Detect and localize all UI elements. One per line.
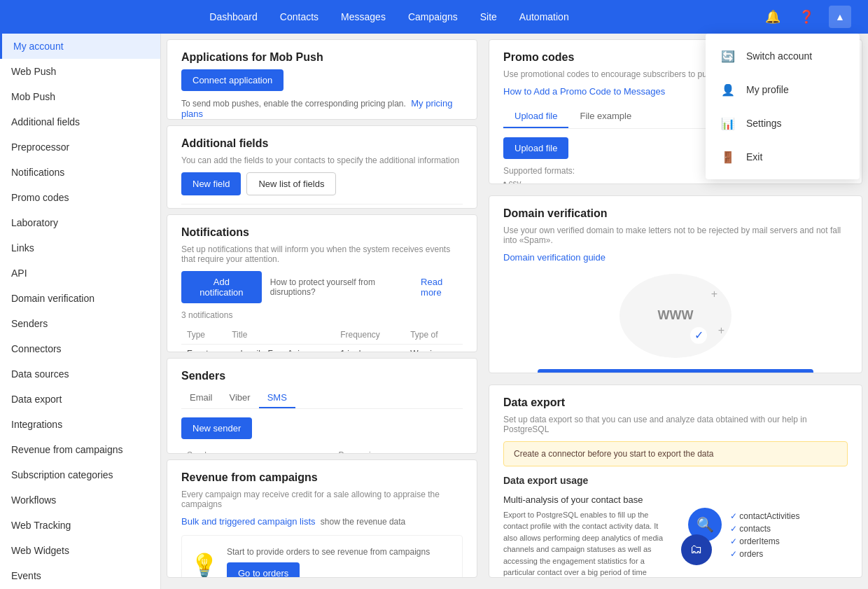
top-navigation: Dashboard Contacts Messages Campaigns Si…	[0, 0, 868, 34]
sidebar-item-revenue-from-campaigns[interactable]: Revenue from campaigns	[0, 437, 160, 462]
sidebar-item-web-widgets[interactable]: Web Widgets	[0, 538, 160, 563]
tab-sms[interactable]: SMS	[259, 388, 295, 408]
dropdown-icon: 🔄	[720, 48, 736, 64]
sidebar-item-laboratory[interactable]: Laboratory	[0, 210, 160, 235]
connect-application-button[interactable]: Connect application	[181, 69, 284, 91]
senders-body: Email Viber SMS New sender Sender name P…	[167, 388, 477, 454]
dropdown-item-my-profile[interactable]: 👤My profile	[706, 73, 860, 106]
domain-verification-panel: Domain verification Use your own verifie…	[489, 195, 862, 373]
help-button[interactable]: ❓	[795, 6, 818, 28]
new-list-button[interactable]: New list of fields	[246, 172, 336, 195]
additional-fields-description: You can add the fields to your contacts …	[181, 155, 463, 165]
sidebar-item-preprocessor[interactable]: Preprocessor	[0, 134, 160, 160]
nav-campaigns[interactable]: Campaigns	[408, 11, 458, 22]
db-symbol: 🔍	[696, 516, 714, 533]
sidebar-item-additional-fields[interactable]: Additional fields	[0, 109, 160, 134]
sidebar-item-connectors[interactable]: Connectors	[0, 336, 160, 361]
format-csv: • csv	[503, 179, 848, 184]
tab-upload-file[interactable]: Upload file	[503, 105, 568, 128]
upload-file-button[interactable]: Upload file	[503, 137, 568, 159]
dropdown-icon: 👤	[720, 81, 736, 98]
data-export-header: Data export	[489, 385, 862, 409]
dropdown-icon: 🚪	[720, 148, 736, 165]
tab-email[interactable]: Email	[181, 388, 221, 408]
notif-col-frequency: Frequency	[335, 326, 405, 345]
applications-title: Applications for Mob Push	[181, 51, 463, 64]
plus-decoration-1: +	[711, 288, 718, 300]
tab-file-example[interactable]: File example	[568, 105, 643, 128]
data-export-title: Data export	[503, 396, 848, 409]
sidebar-item-domain-verification[interactable]: Domain verification	[0, 286, 160, 311]
data-export-warning: Create a connector before you start to e…	[503, 441, 848, 466]
dropdown-item-switch-account[interactable]: 🔄Switch account	[706, 39, 860, 73]
sender-col-name: Sender name	[181, 446, 333, 454]
sidebar-item-senders[interactable]: Senders	[0, 311, 160, 336]
tab-viber[interactable]: Viber	[221, 388, 259, 408]
add-notification-button[interactable]: Add notification	[181, 271, 262, 303]
dropdown-item-exit[interactable]: 🚪Exit	[706, 140, 860, 174]
nav-dashboard[interactable]: Dashboard	[209, 11, 258, 22]
sidebar-item-web-push[interactable]: Web Push	[0, 59, 160, 84]
checklist-item-4: orders	[730, 549, 799, 559]
sidebar-item-integrations[interactable]: Integrations	[0, 412, 160, 437]
sidebar-item-data-sources[interactable]: Data sources	[0, 361, 160, 387]
bulk-campaigns-link[interactable]: Bulk and triggered campaign lists	[181, 516, 316, 527]
notif-col-kind: Type of	[405, 326, 463, 345]
additional-fields-title: Additional fields	[181, 137, 463, 150]
data-checklist: contactActivities contacts orderItems or…	[730, 511, 799, 562]
nav-site[interactable]: Site	[480, 11, 497, 22]
domain-title: Domain verification	[503, 207, 848, 220]
revenue-header: Revenue from campaigns	[167, 460, 477, 484]
new-field-button[interactable]: New field	[181, 172, 241, 195]
nav-contacts[interactable]: Contacts	[280, 11, 318, 22]
senders-table: Sender name Processing System	[181, 446, 463, 454]
notif-kind-cell: Warning	[405, 344, 463, 352]
nav-messages[interactable]: Messages	[341, 11, 386, 22]
notifications-header: Notifications	[167, 215, 477, 239]
sidebar-item-my-account[interactable]: My account	[0, 34, 160, 59]
sidebar-item-links[interactable]: Links	[0, 235, 160, 261]
revenue-cta-text: Start to provide orders to see revenue f…	[227, 547, 462, 557]
nav-automation[interactable]: Automation	[519, 11, 569, 22]
notifications-bell-button[interactable]: 🔔	[762, 6, 784, 28]
db-symbol-2: 🗂	[690, 542, 703, 557]
go-to-orders-button[interactable]: Go to orders	[227, 562, 300, 578]
additional-fields-header: Additional fields	[167, 126, 477, 150]
sidebar-item-promo-codes[interactable]: Promo codes	[0, 185, 160, 210]
revenue-description: Every campaign may receive credit for a …	[181, 490, 463, 509]
revenue-link-suffix: show the revenue data	[321, 517, 405, 527]
add-domain-button[interactable]: Add domain	[538, 369, 813, 373]
sidebar-item-web-tracking[interactable]: Web Tracking	[0, 513, 160, 538]
sidebar-item-events[interactable]: Events	[0, 563, 160, 588]
notifications-title: Notifications	[181, 226, 463, 239]
sidebar-item-mob-push[interactable]: Mob Push	[0, 84, 160, 109]
notification-count: 3 notifications	[181, 310, 463, 320]
new-sender-button[interactable]: New sender	[181, 417, 252, 439]
sidebar-item-workflows[interactable]: Workflows	[0, 487, 160, 513]
checklist-item-3: orderItems	[730, 536, 799, 546]
sidebar-item-data-export[interactable]: Data export	[0, 387, 160, 412]
applications-header: Applications for Mob Push	[167, 40, 477, 64]
plus-decoration-2: +	[718, 324, 724, 337]
checklist-item-1: contactActivities	[730, 511, 799, 521]
user-menu-button[interactable]: ▲	[829, 6, 851, 28]
notifications-table: Type Title Frequency Type of Event subsc…	[181, 326, 463, 352]
data-usage-title: Data export usage	[503, 475, 848, 486]
revenue-body: Every campaign may receive credit for a …	[167, 490, 477, 578]
data-export-panel: Data export Set up data export so that y…	[489, 384, 862, 578]
notif-col-title: Title	[226, 326, 335, 345]
read-more-link[interactable]: Read more	[421, 277, 463, 298]
revenue-icon: 💡	[190, 552, 218, 578]
data-usage-text-col: Multi-analysis of your contact base Expo…	[503, 494, 670, 578]
data-usage-visual: 🔍 🗂 contactActivities contacts orderItem…	[681, 494, 848, 578]
sidebar-item-notifications[interactable]: Notifications	[0, 160, 160, 185]
applications-body: Connect application To send mob pushes, …	[167, 69, 477, 120]
domain-illustration: WWW + + ✓	[620, 274, 732, 358]
dropdown-item-settings[interactable]: 📊Settings	[706, 106, 860, 140]
sidebar-item-subscription-categories[interactable]: Subscription categories	[0, 462, 160, 487]
data-usage-grid: Multi-analysis of your contact base Expo…	[503, 494, 848, 578]
sidebar-item-api[interactable]: API	[0, 261, 160, 286]
notifications-body: Set up notifications that will inform yo…	[167, 244, 477, 352]
data-usage-body: Export to PostgreSQL enables to fill up …	[503, 509, 670, 578]
domain-guide-link[interactable]: Domain verification guide	[503, 252, 848, 263]
